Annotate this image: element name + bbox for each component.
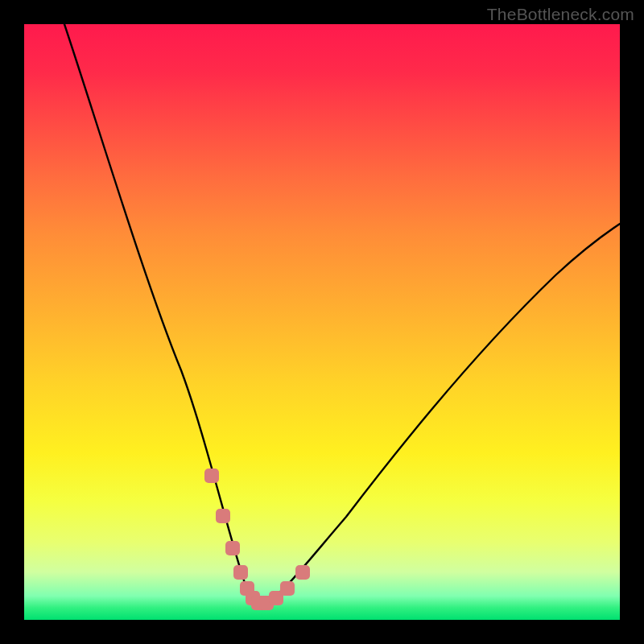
curve-layer <box>24 24 620 620</box>
svg-rect-1 <box>216 509 230 523</box>
bottleneck-curve <box>64 24 620 603</box>
svg-rect-0 <box>204 469 219 483</box>
svg-rect-9 <box>280 581 295 596</box>
svg-rect-2 <box>225 541 240 555</box>
svg-rect-10 <box>295 565 310 580</box>
svg-rect-3 <box>233 565 248 580</box>
watermark-text: TheBottleneck.com <box>487 5 634 24</box>
chart-frame: TheBottleneck.com <box>0 0 644 644</box>
hot-zone-markers <box>204 469 310 610</box>
